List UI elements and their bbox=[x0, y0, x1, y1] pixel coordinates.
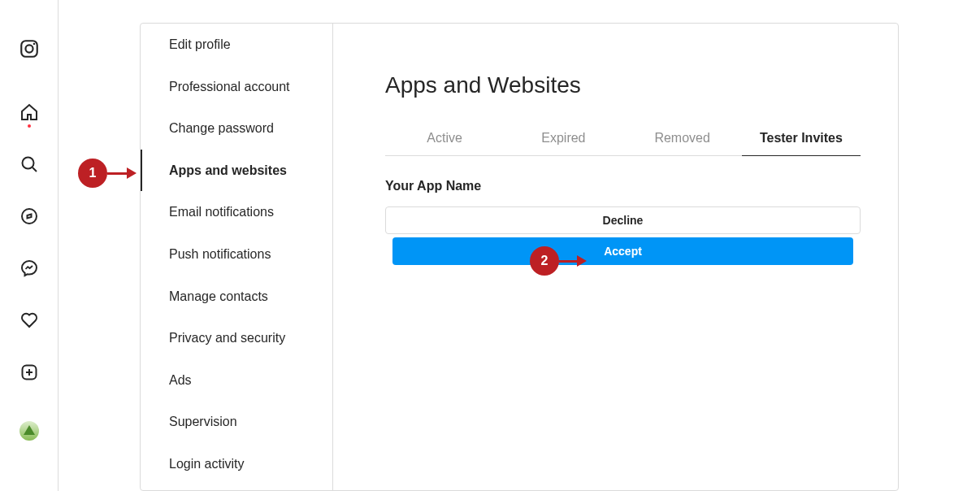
decline-button[interactable]: Decline bbox=[385, 206, 861, 234]
tab-label: Active bbox=[427, 131, 462, 145]
sidebar-item-apps-and-websites[interactable]: Apps and websites bbox=[141, 150, 332, 192]
sidebar-item-change-password[interactable]: Change password bbox=[141, 107, 332, 150]
tab-label: Expired bbox=[541, 131, 585, 145]
svg-point-5 bbox=[22, 209, 37, 224]
sidebar-item-label: Ads bbox=[169, 373, 192, 387]
arrow-right-icon bbox=[107, 167, 137, 179]
tab-active[interactable]: Active bbox=[385, 131, 504, 156]
sidebar-item-email-notifications[interactable]: Email notifications bbox=[141, 191, 332, 233]
page-title: Apps and Websites bbox=[385, 72, 861, 98]
sidebar-item-label: Professional account bbox=[169, 80, 290, 93]
tab-label: Removed bbox=[654, 131, 709, 145]
svg-line-4 bbox=[33, 167, 37, 172]
sidebar-item-label: Supervision bbox=[169, 415, 237, 428]
sidebar-item-label: Privacy and security bbox=[169, 331, 285, 345]
svg-marker-6 bbox=[27, 215, 31, 219]
create-icon[interactable] bbox=[10, 353, 49, 392]
sidebar-item-label: Manage contacts bbox=[169, 289, 268, 303]
accept-label: Accept bbox=[604, 245, 642, 258]
annotation-callout-1: 1 bbox=[78, 159, 137, 188]
callout-badge: 2 bbox=[530, 246, 559, 276]
sidebar-item-label: Edit profile bbox=[169, 37, 231, 51]
profile-avatar[interactable] bbox=[10, 411, 49, 450]
sidebar-item-professional-account[interactable]: Professional account bbox=[141, 66, 332, 108]
home-icon[interactable] bbox=[10, 93, 49, 132]
sidebar-item-label: Push notifications bbox=[169, 247, 271, 261]
sidebar-item-login-activity[interactable]: Login activity bbox=[141, 443, 332, 485]
svg-point-2 bbox=[33, 43, 35, 46]
arrow-right-icon bbox=[559, 255, 587, 267]
settings-card: Edit profile Professional account Change… bbox=[140, 23, 899, 491]
tab-label: Tester Invites bbox=[760, 131, 843, 145]
invite-app-name: Your App Name bbox=[385, 179, 861, 193]
messenger-icon[interactable] bbox=[10, 249, 49, 288]
sidebar-item-ads[interactable]: Ads bbox=[141, 359, 332, 402]
decline-label: Decline bbox=[603, 214, 644, 227]
svg-point-3 bbox=[22, 158, 33, 169]
tabs-row: Active Expired Removed Tester Invites bbox=[385, 131, 861, 156]
accept-button[interactable]: Accept bbox=[392, 237, 853, 265]
sidebar-item-label: Login activity bbox=[169, 457, 245, 471]
explore-icon[interactable] bbox=[10, 197, 49, 236]
sidebar-item-label: Change password bbox=[169, 121, 274, 135]
sidebar-item-label: Apps and websites bbox=[169, 163, 287, 177]
sidebar-item-edit-profile[interactable]: Edit profile bbox=[141, 24, 332, 66]
callout-badge: 1 bbox=[78, 159, 107, 188]
heart-icon[interactable] bbox=[10, 301, 49, 340]
tab-removed[interactable]: Removed bbox=[623, 131, 742, 156]
tab-tester-invites[interactable]: Tester Invites bbox=[742, 131, 861, 156]
tab-expired[interactable]: Expired bbox=[504, 131, 622, 156]
annotation-callout-2: 2 bbox=[530, 246, 587, 276]
sidebar-item-push-notifications[interactable]: Push notifications bbox=[141, 233, 332, 276]
settings-sidebar: Edit profile Professional account Change… bbox=[141, 24, 333, 490]
sidebar-item-manage-contacts[interactable]: Manage contacts bbox=[141, 276, 332, 318]
sidebar-item-privacy-and-security[interactable]: Privacy and security bbox=[141, 317, 332, 359]
main-content: Apps and Websites Active Expired Removed… bbox=[333, 24, 898, 490]
instagram-logo-icon[interactable] bbox=[10, 29, 49, 68]
left-nav-rail bbox=[0, 0, 59, 491]
svg-point-1 bbox=[25, 45, 33, 52]
notification-dot bbox=[28, 124, 31, 128]
sidebar-item-label: Email notifications bbox=[169, 205, 274, 219]
search-icon[interactable] bbox=[10, 145, 49, 184]
sidebar-item-supervision[interactable]: Supervision bbox=[141, 401, 332, 443]
